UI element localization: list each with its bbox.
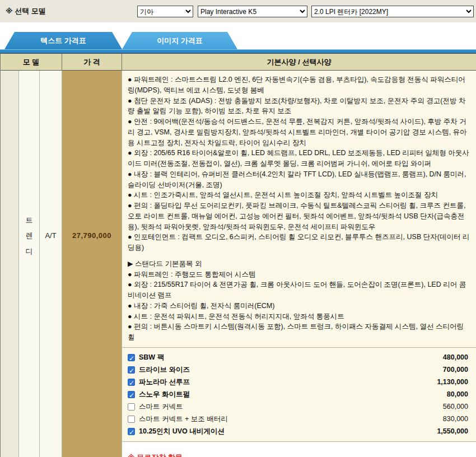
spec-line: ● 편의 : 버튼시동 스마트키 시스템(원격시동 포함), 스마트 트렁크, … xyxy=(128,321,470,343)
spec-line: ● 편의 : 폴딩타입 무선 도어리모컨키, 풋파킹 브레이크, 수동식 틸트&… xyxy=(128,200,470,232)
specs-column: ● 파워트레인 : 스마트스트림 L2.0 엔진, 6단 자동변속기(수동 겸용… xyxy=(122,71,476,457)
option-label: 10.25인치 UVO 내비게이션 xyxy=(139,426,225,437)
basic-specs-list: ● 파워트레인 : 스마트스트림 L2.0 엔진, 6단 자동변속기(수동 겸용… xyxy=(122,71,476,255)
option-row[interactable]: 10.25인치 UVO 내비게이션 1,550,000 xyxy=(127,426,472,438)
option-label: 스마트 커넥트 + 보조 배터리 xyxy=(139,414,228,425)
spec-line: ● 외장 : 215/55R17 타이어 & 전면가공 휠, 크롬 아웃사이드 … xyxy=(128,279,470,301)
trim-name-cell: 트렌디 xyxy=(19,71,40,457)
header-model: 모 델 xyxy=(1,54,62,71)
spec-line: ● 안전 : 9에어백(운전석/동승석 어드밴스드, 운전석 무릎, 전복감지 … xyxy=(128,116,470,148)
spec-line: ● 내장 : 블랙 인테리어, 슈퍼비전 클러스터(4.2인치 칼라 TFT L… xyxy=(128,169,470,190)
option-checkbox[interactable] xyxy=(128,366,135,374)
option-label: 스노우 화이트펄 xyxy=(139,389,190,400)
model-select[interactable]: Play Interactive K5 xyxy=(198,6,307,17)
standard-specs-list: ▶ 스탠다드 기본품목 외● 파워트레인 : 주행모드 통합제어 시스템● 외장… xyxy=(122,255,476,347)
option-price: 480,000 xyxy=(443,352,472,363)
option-row[interactable]: 스마트 커넥트 + 보조 배터리 830,000 xyxy=(127,413,472,426)
option-price: 1,550,000 xyxy=(437,426,472,437)
trim-name: 트렌디 xyxy=(25,213,34,340)
option-checkbox[interactable] xyxy=(128,416,135,423)
spec-line: ● 파워트레인 : 스마트스트림 L2.0 엔진, 6단 자동변속기(수동 겸용… xyxy=(128,74,470,96)
option-price: 1,130,000 xyxy=(437,377,472,388)
spec-line: ● 내장 : 가죽 스티어링 휠, 전자식 룸미러(ECM) xyxy=(128,301,470,311)
option-checkbox[interactable] xyxy=(128,391,135,398)
spacer-column xyxy=(1,71,19,457)
options-list: SBW 팩 480,000 드라이브 와이즈 700,000 파노라마 선루프 … xyxy=(122,347,476,442)
option-row[interactable]: SBW 팩 480,000 xyxy=(127,352,472,364)
tab-underbar xyxy=(0,49,476,53)
option-row[interactable]: 드라이브 와이즈 700,000 xyxy=(127,364,472,376)
option-row[interactable]: 스마트 커넥트 560,000 xyxy=(127,401,472,413)
spec-line: ● 첨단 운전자 보조 (ADAS) : 전방 충돌방지 보조(차량/보행자),… xyxy=(128,96,470,117)
price-cell: 27,790,000 xyxy=(62,71,122,457)
spec-line: ● 인포테인먼트 : 컴팩트 오디오, 6스피커, 스티어링 휠 오디오 리모컨… xyxy=(128,232,470,253)
option-row[interactable]: 파노라마 선루프 1,130,000 xyxy=(127,376,472,389)
option-checkbox[interactable] xyxy=(128,403,135,411)
free-items-title: ※ 무료장착 항목 xyxy=(128,452,470,457)
price-table: 모 델 가 격 기본사양 / 선택사양 트렌디 A/T 27,790,000 ●… xyxy=(0,53,476,457)
select-model-label: ※ 선택 모델 xyxy=(6,6,46,16)
option-price: 80,000 xyxy=(447,389,472,400)
option-label: 파노라마 선루프 xyxy=(139,377,190,388)
spec-line: ● 시트 : 인조가죽시트, 앞좌석 열선시트, 운전석 시트 높이조절 장치,… xyxy=(128,190,470,200)
spec-line: ▶ 스탠다드 기본품목 외 xyxy=(128,259,470,269)
brand-select[interactable]: 기아 xyxy=(137,6,193,17)
transmission-label: A/T xyxy=(45,231,56,321)
header-specs: 기본사양 / 선택사양 xyxy=(122,54,476,71)
model-selector-bar: ※ 선택 모델 기아 Play Interactive K5 2.0 LPI 렌… xyxy=(0,0,476,22)
option-label: 스마트 커넥트 xyxy=(139,402,183,412)
free-items-section: ※ 무료장착 항목 블랙박스 xyxy=(122,442,476,457)
transmission-cell: A/T xyxy=(40,71,62,457)
tab-image-price[interactable]: 이미지 가격표 xyxy=(122,32,237,49)
option-checkbox[interactable] xyxy=(128,428,135,435)
option-row[interactable]: 스노우 화이트펄 80,000 xyxy=(127,389,472,401)
option-price: 700,000 xyxy=(443,365,472,375)
spec-line: ● 외장 : 205/65 R16 타이어&알로이 휠, LED 헤드램프, L… xyxy=(128,148,470,169)
header-price: 가 격 xyxy=(62,54,122,71)
spec-line: ● 파워트레인 : 주행모드 통합제어 시스템 xyxy=(128,269,470,280)
base-price: 27,790,000 xyxy=(72,231,111,321)
trim-select[interactable]: 2.0 LPI 렌터카 [2022MY] xyxy=(311,6,474,17)
option-label: 드라이브 와이즈 xyxy=(139,365,190,375)
option-label: SBW 팩 xyxy=(139,352,164,363)
tab-text-price[interactable]: 텍스트 가격표 xyxy=(4,32,122,49)
tabs-bar: 텍스트 가격표 이미지 가격표 xyxy=(0,22,476,49)
option-price: 560,000 xyxy=(443,402,472,412)
option-checkbox[interactable] xyxy=(128,379,135,386)
option-price: 830,000 xyxy=(443,414,472,425)
option-checkbox[interactable] xyxy=(128,354,135,361)
spec-line: ● 시트 : 운전석 파워시트, 운전석 전동식 허리지지대, 앞좌석 통풍시트 xyxy=(128,311,470,322)
